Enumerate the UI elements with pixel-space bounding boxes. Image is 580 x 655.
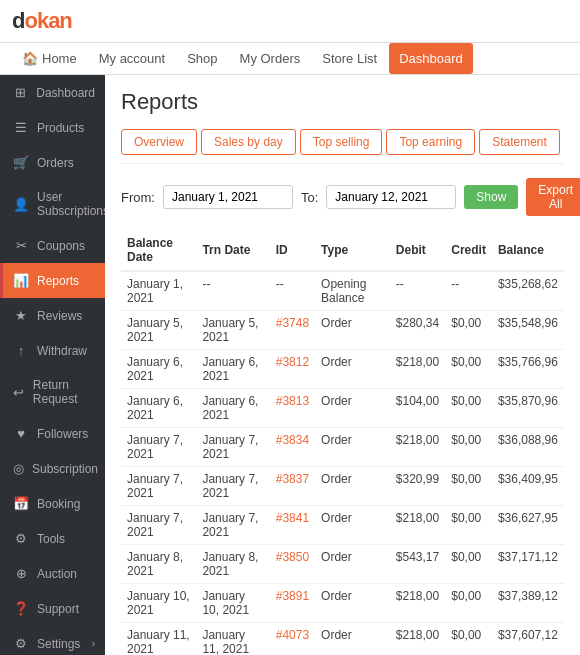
sidebar-item-support[interactable]: ❓ Support <box>0 591 105 626</box>
sidebar-item-booking[interactable]: 📅 Booking <box>0 486 105 521</box>
cell-trn-date: January 7, 2021 <box>196 506 269 545</box>
sidebar-label-support: Support <box>37 602 79 616</box>
sidebar-label-products: Products <box>37 121 84 135</box>
cell-debit: $320,99 <box>390 467 445 506</box>
order-id-link[interactable]: #3813 <box>276 394 309 408</box>
order-id-link[interactable]: #3834 <box>276 433 309 447</box>
from-date-input[interactable] <box>163 185 293 209</box>
sidebar-item-user-subscriptions[interactable]: 👤 User Subscriptions <box>0 180 105 228</box>
tab-top-selling[interactable]: Top selling <box>300 129 383 155</box>
sidebar-item-reviews[interactable]: ★ Reviews <box>0 298 105 333</box>
order-id-link[interactable]: #3891 <box>276 589 309 603</box>
export-button[interactable]: Export All <box>526 178 580 216</box>
sidebar-label-withdraw: Withdraw <box>37 344 87 358</box>
order-id-link[interactable]: #4073 <box>276 628 309 642</box>
cell-id[interactable]: #3834 <box>270 428 315 467</box>
tab-overview[interactable]: Overview <box>121 129 197 155</box>
nav-my-orders[interactable]: My Orders <box>230 43 311 74</box>
cell-debit: $280,34 <box>390 311 445 350</box>
nav-home[interactable]: 🏠 Home <box>12 43 87 74</box>
cell-trn-date: January 11, 2021 <box>196 623 269 656</box>
cell-debit: $218,00 <box>390 506 445 545</box>
cell-id[interactable]: #3812 <box>270 350 315 389</box>
sidebar-item-dashboard[interactable]: ⊞ Dashboard <box>0 75 105 110</box>
cell-id: -- <box>270 271 315 311</box>
tab-statement[interactable]: Statement <box>479 129 560 155</box>
sidebar-item-coupons[interactable]: ✂ Coupons <box>0 228 105 263</box>
cell-trn-date: January 6, 2021 <box>196 350 269 389</box>
sidebar-item-followers[interactable]: ♥ Followers <box>0 416 105 451</box>
cell-id[interactable]: #4073 <box>270 623 315 656</box>
sidebar: ⊞ Dashboard ☰ Products 🛒 Orders 👤 User S… <box>0 75 105 655</box>
cell-balance-date: January 10, 2021 <box>121 584 196 623</box>
cell-id[interactable]: #3850 <box>270 545 315 584</box>
to-date-input[interactable] <box>326 185 456 209</box>
col-id: ID <box>270 230 315 271</box>
cell-balance: $35,766,96 <box>492 350 564 389</box>
top-nav: 🏠 Home My account Shop My Orders Store L… <box>0 43 580 75</box>
table-row: January 11, 2021 January 11, 2021 #4073 … <box>121 623 564 656</box>
cell-balance: $36,088,96 <box>492 428 564 467</box>
nav-shop[interactable]: Shop <box>177 43 227 74</box>
sidebar-item-products[interactable]: ☰ Products <box>0 110 105 145</box>
cell-id[interactable]: #3748 <box>270 311 315 350</box>
sidebar-item-withdraw[interactable]: ↑ Withdraw <box>0 333 105 368</box>
sidebar-label-return-request: Return Request <box>33 378 95 406</box>
cell-type: Opening Balance <box>315 271 390 311</box>
table-row: January 6, 2021 January 6, 2021 #3813 Or… <box>121 389 564 428</box>
cell-credit: $0,00 <box>445 389 492 428</box>
cell-balance-date: January 7, 2021 <box>121 506 196 545</box>
sidebar-item-orders[interactable]: 🛒 Orders <box>0 145 105 180</box>
settings-icon: ⚙ <box>13 636 29 651</box>
tools-icon: ⚙ <box>13 531 29 546</box>
sidebar-item-reports[interactable]: 📊 Reports <box>0 263 105 298</box>
page-title: Reports <box>121 89 564 115</box>
tab-top-earning[interactable]: Top earning <box>386 129 475 155</box>
order-id-link[interactable]: #3837 <box>276 472 309 486</box>
nav-dashboard[interactable]: Dashboard <box>389 43 473 74</box>
cell-balance: $35,268,62 <box>492 271 564 311</box>
reports-icon: 📊 <box>13 273 29 288</box>
cell-id[interactable]: #3837 <box>270 467 315 506</box>
col-balance: Balance <box>492 230 564 271</box>
cell-type: Order <box>315 506 390 545</box>
order-id-link[interactable]: #3812 <box>276 355 309 369</box>
cell-credit: $0,00 <box>445 584 492 623</box>
cell-balance: $37,171,12 <box>492 545 564 584</box>
tab-sales-by-day[interactable]: Sales by day <box>201 129 296 155</box>
cell-balance-date: January 1, 2021 <box>121 271 196 311</box>
sidebar-item-settings[interactable]: ⚙ Settings › <box>0 626 105 655</box>
sidebar-label-orders: Orders <box>37 156 74 170</box>
sidebar-label-tools: Tools <box>37 532 65 546</box>
sidebar-item-return-request[interactable]: ↩ Return Request <box>0 368 105 416</box>
cell-credit: $0,00 <box>445 311 492 350</box>
cell-type: Order <box>315 584 390 623</box>
sidebar-item-subscription[interactable]: ◎ Subscription <box>0 451 105 486</box>
products-icon: ☰ <box>13 120 29 135</box>
table-row: January 7, 2021 January 7, 2021 #3837 Or… <box>121 467 564 506</box>
cell-id[interactable]: #3813 <box>270 389 315 428</box>
cell-debit: -- <box>390 271 445 311</box>
order-id-link[interactable]: #3850 <box>276 550 309 564</box>
nav-my-account[interactable]: My account <box>89 43 175 74</box>
order-id-link[interactable]: #3841 <box>276 511 309 525</box>
cell-credit: -- <box>445 271 492 311</box>
sidebar-label-reviews: Reviews <box>37 309 82 323</box>
cell-balance: $36,627,95 <box>492 506 564 545</box>
cell-type: Order <box>315 428 390 467</box>
sidebar-label-auction: Auction <box>37 567 77 581</box>
cell-id[interactable]: #3841 <box>270 506 315 545</box>
logo-prefix: d <box>12 8 24 33</box>
cell-credit: $0,00 <box>445 545 492 584</box>
show-button[interactable]: Show <box>464 185 518 209</box>
cell-credit: $0,00 <box>445 623 492 656</box>
cell-trn-date: January 8, 2021 <box>196 545 269 584</box>
nav-store-list[interactable]: Store List <box>312 43 387 74</box>
sidebar-label-coupons: Coupons <box>37 239 85 253</box>
cell-trn-date: January 6, 2021 <box>196 389 269 428</box>
settings-arrow-icon: › <box>92 638 95 649</box>
sidebar-item-auction[interactable]: ⊕ Auction <box>0 556 105 591</box>
order-id-link[interactable]: #3748 <box>276 316 309 330</box>
cell-id[interactable]: #3891 <box>270 584 315 623</box>
sidebar-item-tools[interactable]: ⚙ Tools <box>0 521 105 556</box>
